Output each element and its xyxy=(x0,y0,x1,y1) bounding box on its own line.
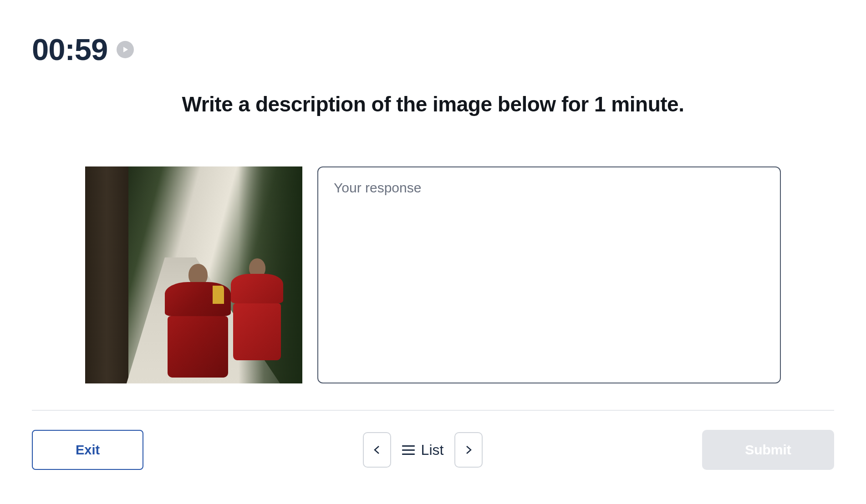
prompt-text: Write a description of the image below f… xyxy=(32,92,834,116)
response-input[interactable] xyxy=(317,166,781,383)
prompt-image xyxy=(85,166,302,383)
timer-display: 00:59 xyxy=(32,32,107,67)
image-figure-1 xyxy=(165,264,231,382)
submit-button[interactable]: Submit xyxy=(702,430,834,470)
prev-button[interactable] xyxy=(363,432,391,468)
next-button[interactable] xyxy=(454,432,483,468)
content-row xyxy=(32,166,834,383)
play-icon xyxy=(122,46,129,53)
footer: Exit List Submit xyxy=(32,430,834,470)
chevron-left-icon xyxy=(372,445,382,455)
response-container xyxy=(317,166,781,383)
hamburger-icon xyxy=(402,445,415,455)
play-button[interactable] xyxy=(117,41,134,58)
image-figure-2 xyxy=(231,258,283,368)
list-button-label: List xyxy=(421,442,444,459)
footer-divider xyxy=(32,410,834,411)
image-tree xyxy=(85,166,128,383)
chevron-right-icon xyxy=(464,445,474,455)
nav-group: List xyxy=(363,432,483,468)
timer-row: 00:59 xyxy=(32,32,834,67)
exit-button[interactable]: Exit xyxy=(32,430,143,470)
list-button[interactable]: List xyxy=(402,442,444,459)
